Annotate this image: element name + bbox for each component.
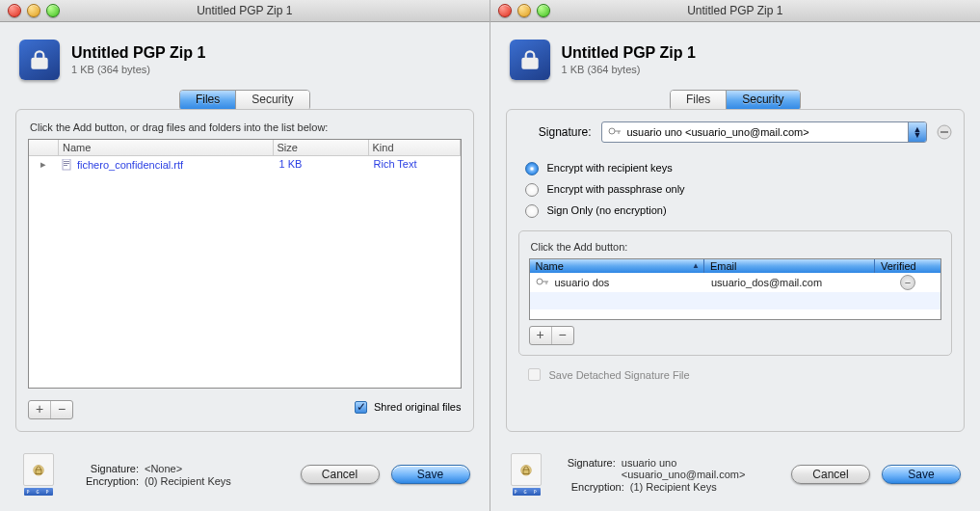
radio-passphrase[interactable]: Encrypt with passphrase only — [520, 180, 953, 197]
encryption-label: Encryption: — [67, 475, 139, 487]
minimize-icon[interactable] — [27, 4, 40, 17]
col-kind[interactable]: Kind — [369, 140, 461, 156]
recipient-row[interactable]: usuario dos usuario_dos@mail.com − — [530, 273, 941, 292]
radio-sign-only[interactable]: Sign Only (no encryption) — [520, 202, 953, 218]
pgp-file-icon — [511, 453, 542, 486]
svg-rect-1 — [63, 159, 70, 170]
add-recipient-button[interactable]: + — [530, 327, 552, 344]
signature-label: Signature: — [553, 457, 616, 480]
tab-files[interactable]: Files — [180, 91, 236, 110]
close-icon[interactable] — [8, 4, 21, 17]
cancel-button[interactable]: Cancel — [301, 465, 380, 484]
svg-rect-2 — [64, 161, 69, 162]
tab-security[interactable]: Security — [236, 91, 308, 110]
unverified-icon: − — [900, 275, 915, 290]
key-icon — [608, 125, 622, 139]
recipients-box: Click the Add button: Name▲ Email Verifi… — [518, 230, 953, 356]
remove-button[interactable]: − — [51, 401, 72, 418]
svg-rect-10 — [940, 131, 948, 133]
zoom-icon[interactable] — [46, 4, 60, 17]
document-title: Untitled PGP Zip 1 — [71, 44, 205, 62]
document-title: Untitled PGP Zip 1 — [562, 44, 696, 62]
disclosure-triangle-icon[interactable]: ▸ — [29, 156, 58, 173]
add-button[interactable]: + — [29, 401, 51, 418]
tab-files[interactable]: Files — [671, 91, 727, 110]
svg-point-8 — [609, 128, 615, 134]
file-name: fichero_confidencial.rtf — [77, 159, 183, 171]
col-name[interactable]: Name▲ — [530, 259, 705, 273]
save-detached-checkbox — [528, 368, 541, 381]
shred-label: Shred original files — [374, 401, 462, 413]
files-instruction: Click the Add button, or drag files and … — [30, 121, 462, 133]
document-size: 1 KB (364 bytes) — [562, 64, 696, 75]
svg-rect-7 — [522, 59, 537, 68]
svg-rect-4 — [64, 165, 67, 166]
recipients-instruction: Click the Add button: — [531, 241, 942, 253]
dropdown-arrows-icon[interactable]: ▲▼ — [908, 122, 926, 142]
window-title: Untitled PGP Zip 1 — [490, 4, 981, 17]
signature-value: <None> — [145, 463, 182, 474]
recipients-table[interactable]: Name▲ Email Verified usuario dos — [529, 258, 942, 320]
signature-label: Signature: — [67, 463, 139, 474]
col-email[interactable]: Email — [704, 259, 875, 273]
encryption-value: (1) Recipient Keys — [630, 481, 717, 493]
file-list[interactable]: Name Size Kind ▸ fichero_confidencial.rt… — [28, 139, 462, 389]
window-security: Untitled PGP Zip 1 Untitled PGP Zip 1 1 … — [490, 0, 981, 511]
cancel-button[interactable]: Cancel — [791, 465, 870, 484]
shred-checkbox[interactable] — [355, 401, 367, 414]
lock-icon — [510, 40, 550, 80]
key-icon — [536, 276, 549, 289]
file-row[interactable]: ▸ fichero_confidencial.rtf 1 KB Rich Tex… — [29, 156, 461, 173]
document-icon — [62, 159, 73, 171]
signature-select-value: usuario uno <usuario_uno@mail.com> — [627, 126, 909, 138]
window-files: Untitled PGP Zip 1 Untitled PGP Zip 1 1 … — [0, 0, 490, 511]
signature-value: usuario uno <usuario_uno@mail.com> — [622, 457, 781, 480]
file-kind: Rich Text — [370, 156, 461, 173]
recipient-email: usuario_dos@mail.com — [705, 275, 875, 290]
table-row — [530, 292, 941, 309]
tabs: Files Security — [179, 90, 310, 111]
svg-rect-6 — [36, 470, 41, 474]
encryption-value: (0) Recipient Keys — [145, 475, 231, 487]
minimize-icon[interactable] — [517, 4, 531, 17]
titlebar: Untitled PGP Zip 1 — [0, 0, 490, 22]
radio-recipient-keys[interactable]: Encrypt with recipient keys — [520, 159, 953, 175]
signature-field-label: Signature: — [518, 125, 592, 139]
svg-rect-3 — [64, 163, 69, 164]
svg-rect-13 — [523, 470, 529, 474]
sort-asc-icon: ▲ — [692, 261, 700, 270]
recipient-name: usuario dos — [555, 277, 610, 288]
save-button[interactable]: Save — [391, 465, 470, 484]
recipient-verified: − — [875, 273, 940, 292]
file-size: 1 KB — [276, 156, 370, 173]
save-button[interactable]: Save — [882, 465, 961, 484]
pgp-file-icon — [23, 453, 54, 486]
tab-security[interactable]: Security — [727, 91, 799, 110]
titlebar: Untitled PGP Zip 1 — [490, 0, 981, 22]
zoom-icon[interactable] — [537, 4, 550, 17]
col-size[interactable]: Size — [274, 140, 369, 156]
svg-point-11 — [537, 279, 543, 284]
encryption-label: Encryption: — [553, 481, 624, 493]
close-icon[interactable] — [498, 4, 512, 17]
remove-signature-icon[interactable] — [937, 124, 952, 140]
svg-rect-0 — [32, 59, 46, 68]
remove-recipient-button[interactable]: − — [552, 327, 573, 344]
window-title: Untitled PGP Zip 1 — [0, 4, 490, 17]
tabs: Files Security — [670, 90, 801, 111]
lock-icon — [19, 40, 60, 80]
signature-select[interactable]: usuario uno <usuario_uno@mail.com> ▲▼ — [601, 121, 928, 143]
recipients-header: Name▲ Email Verified — [530, 259, 941, 273]
save-detached-label: Save Detached Signature File — [549, 369, 690, 381]
col-verified[interactable]: Verified — [875, 259, 940, 273]
document-size: 1 KB (364 bytes) — [71, 64, 205, 75]
col-name[interactable]: Name — [59, 140, 274, 156]
file-list-header: Name Size Kind — [29, 140, 461, 156]
